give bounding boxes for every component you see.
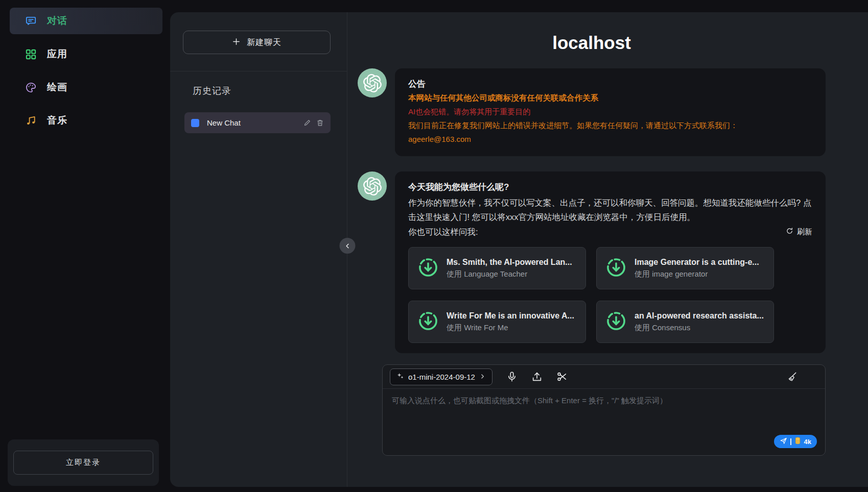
suggestion-title: an AI-powered research assista... [635,311,764,321]
sidebar-item-music[interactable]: 音乐 [10,107,162,134]
suggestion-subtitle: 使用 Language Teacher [447,269,572,279]
collapse-panel-button[interactable] [340,238,356,254]
login-button[interactable]: 立即登录 [13,451,153,475]
history-item-title: New Chat [207,118,296,127]
delete-icon[interactable] [316,119,324,127]
divider [170,71,347,71]
chat-square-icon [191,119,199,127]
sparkles-icon [396,372,404,381]
composer: o1-mini-2024-09-12 [382,364,826,456]
page-title: localhost [358,33,826,53]
openai-logo-icon [363,177,382,195]
upload-button[interactable] [531,371,543,382]
announcement-heading: 公告 [408,77,812,91]
scissors-button[interactable] [556,371,568,382]
assistant-avatar [358,68,387,97]
ask-hint: 你也可以这样问我: [408,225,478,239]
microphone-icon [506,371,518,382]
history-panel: 新建聊天 历史记录 New Chat [170,12,347,487]
sidebar: 对话 应用 绘画 音乐 立即登录 [0,0,170,492]
suggestion-texts: Write For Me is an innovative A... 使用 Wr… [447,311,574,333]
refresh-suggestions-button[interactable]: 刷新 [786,227,812,237]
apps-grid-icon [25,48,37,60]
chevron-left-icon [344,242,351,250]
music-note-icon [25,115,37,127]
model-name: o1-mini-2024-09-12 [408,373,475,381]
suggestion-texts: an AI-powered research assista... 使用 Con… [635,311,764,333]
suggestion-title: Image Generator is a cutting-e... [635,258,759,267]
suggestion-card[interactable]: Ms. Smith, the AI-powered Lan... 使用 Lang… [408,247,586,289]
assistant-avatar [358,171,387,201]
sidebar-item-label: 应用 [47,47,67,61]
suggestion-title: Write For Me is an innovative A... [447,311,574,321]
announcement-line: AI也会犯错。请勿将其用于重要目的 [408,105,812,118]
chevron-right-icon [479,373,486,381]
palette-icon [25,82,37,93]
app-root: 对话 应用 绘画 音乐 立即登录 [0,0,868,492]
new-chat-label: 新建聊天 [247,37,281,48]
microphone-button[interactable] [506,371,518,382]
sidebar-item-label: 对话 [47,14,67,28]
message-welcome: 今天我能为您做些什么呢? 作为你的智慧伙伴，我不仅可以写文案、出点子，还可以和你… [358,171,826,353]
scissors-icon [556,371,568,382]
model-selector[interactable]: o1-mini-2024-09-12 [390,368,492,385]
sidebar-item-chat[interactable]: 对话 [10,8,162,34]
install-circle-icon [605,310,627,334]
token-coin-icon [794,437,801,446]
composer-toolbar: o1-mini-2024-09-12 [383,365,825,389]
message-announcement: 公告 本网站与任何其他公司或商标没有任何关联或合作关系 AI也会犯错。请勿将其用… [358,68,826,156]
chat-bubble-icon [25,15,37,27]
suggestion-texts: Ms. Smith, the AI-powered Lan... 使用 Lang… [447,258,572,279]
sidebar-item-label: 音乐 [47,114,67,127]
history-item-actions [303,119,324,127]
message-bubble: 今天我能为您做些什么呢? 作为你的智慧伙伴，我不仅可以写文案、出点子，还可以和你… [395,171,826,353]
announcement-line: 我们目前正在修复我们网站上的错误并改进细节。如果您有任何疑问，请通过以下方式联系… [408,118,812,132]
suggestion-subtitle: 使用 image generator [635,269,759,279]
install-circle-icon [605,257,627,280]
login-card: 立即登录 [8,439,159,486]
message-input[interactable] [383,389,825,433]
openai-logo-icon [363,74,382,92]
sidebar-item-apps[interactable]: 应用 [10,41,162,67]
sidebar-item-paint[interactable]: 绘画 [10,74,162,101]
suggestion-card[interactable]: Image Generator is a cutting-e... 使用 ima… [596,247,774,289]
history-title: 历史记录 [193,85,347,97]
hint-row: 你也可以这样问我: 刷新 [408,225,812,239]
suggestion-title: Ms. Smith, the AI-powered Lan... [447,258,572,267]
install-circle-icon [417,310,439,334]
message-bubble: 公告 本网站与任何其他公司或商标没有任何关联或合作关系 AI也会犯错。请勿将其用… [395,68,826,156]
refresh-icon [786,227,793,236]
welcome-body: 作为你的智慧伙伴，我不仅可以写文案、出点子，还可以和你聊天、回答问题。想知道我还… [408,195,812,224]
sidebar-nav: 对话 应用 绘画 音乐 [0,8,170,140]
suggestion-texts: Image Generator is a cutting-e... 使用 ima… [635,258,759,279]
install-circle-icon [417,257,439,280]
sidebar-item-label: 绘画 [47,81,67,94]
welcome-heading: 今天我能为您做些什么呢? [408,180,812,194]
clear-context-button[interactable] [786,371,797,383]
refresh-label: 刷新 [797,227,812,237]
chat-area: localhost 公告 本网站与任何其他公司或商标没有任何关联或合作关系 AI… [347,12,868,487]
send-button[interactable]: 4k [774,435,817,448]
divider [790,438,791,445]
suggestion-cards: Ms. Smith, the AI-powered Lan... 使用 Lang… [408,247,812,343]
announcement-contact-email: ageerle@163.com [408,132,812,146]
broom-icon [786,371,797,383]
new-chat-button[interactable]: 新建聊天 [183,31,331,54]
suggestion-card[interactable]: Write For Me is an innovative A... 使用 Wr… [408,301,586,343]
upload-icon [531,371,543,382]
main-panel: 新建聊天 历史记录 New Chat [170,12,868,487]
token-count: 4k [804,438,811,446]
composer-body: 4k [383,389,825,455]
suggestion-subtitle: 使用 Consensus [635,323,764,333]
announcement-line: 本网站与任何其他公司或商标没有任何关联或合作关系 [408,91,812,105]
history-item[interactable]: New Chat [184,112,331,133]
plus-icon [232,37,241,48]
edit-icon[interactable] [303,119,311,127]
suggestion-card[interactable]: an AI-powered research assista... 使用 Con… [596,301,774,343]
suggestion-subtitle: 使用 Write For Me [447,323,574,333]
send-plane-icon [780,437,787,446]
